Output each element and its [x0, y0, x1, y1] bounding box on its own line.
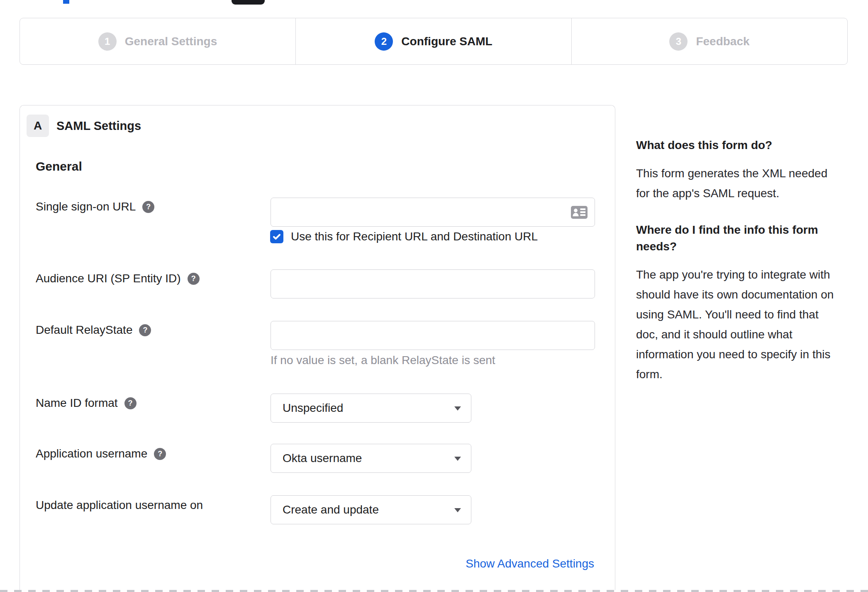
recipient-url-checkbox-row: Use this for Recipient URL and Destinati… — [270, 230, 538, 243]
name-id-format-value: Unspecified — [283, 401, 343, 415]
relaystate-help-icon[interactable]: ? — [139, 324, 151, 336]
help-body-find-info: The app you're trying to integrate with … — [636, 265, 844, 384]
name-id-format-help-icon[interactable]: ? — [124, 397, 137, 409]
step-2-label: Configure SAML — [401, 35, 492, 48]
step-feedback[interactable]: 3 Feedback — [571, 18, 847, 64]
name-id-format-label: Name ID format — [36, 396, 118, 410]
sso-url-input[interactable] — [271, 198, 595, 227]
help-heading-form-do: What does this form do? — [636, 137, 844, 154]
chevron-down-icon — [454, 406, 461, 411]
update-username-label: Update application username on — [36, 499, 203, 512]
audience-uri-label-row: Audience URI (SP Entity ID) ? — [36, 272, 200, 286]
show-advanced-settings-link[interactable]: Show Advanced Settings — [466, 557, 594, 570]
cutoff-bottom-dashed-strip — [0, 590, 868, 592]
sso-url-input-wrap — [271, 198, 595, 227]
relaystate-input-wrap — [271, 321, 595, 350]
help-panel: What does this form do? This form genera… — [636, 137, 844, 403]
relaystate-hint: If no value is set, a blank RelayState i… — [271, 354, 495, 367]
section-title: SAML Settings — [56, 115, 141, 137]
cutoff-header-logo-fragment — [232, 0, 265, 5]
recipient-url-checkbox-label: Use this for Recipient URL and Destinati… — [291, 230, 538, 243]
step-2-badge: 2 — [375, 32, 393, 51]
sso-url-label: Single sign-on URL — [36, 200, 136, 213]
step-general-settings[interactable]: 1 General Settings — [20, 18, 295, 64]
relaystate-input[interactable] — [271, 321, 595, 350]
update-username-select[interactable]: Create and update — [271, 495, 471, 524]
saml-settings-panel: A SAML Settings General Single sign-on U… — [20, 105, 615, 592]
app-username-help-icon[interactable]: ? — [154, 448, 166, 460]
step-3-label: Feedback — [696, 35, 749, 48]
step-1-label: General Settings — [125, 35, 217, 48]
section-a-badge: A — [27, 115, 49, 137]
contact-card-icon[interactable] — [571, 206, 588, 219]
app-username-value: Okta username — [283, 452, 362, 465]
audience-uri-label: Audience URI (SP Entity ID) — [36, 272, 181, 285]
app-username-label-row: Application username ? — [36, 447, 166, 461]
sso-url-help-icon[interactable]: ? — [142, 201, 154, 213]
chevron-down-icon — [454, 457, 461, 461]
help-heading-find-info: Where do I find the info this form needs… — [636, 222, 844, 255]
step-3-badge: 3 — [669, 32, 688, 51]
update-username-label-row: Update application username on — [36, 498, 203, 512]
sso-url-label-row: Single sign-on URL ? — [36, 200, 154, 214]
step-configure-saml[interactable]: 2 Configure SAML — [295, 18, 571, 64]
cutoff-header-blue-fragment — [63, 0, 69, 4]
help-body-form-do: This form generates the XML needed for t… — [636, 164, 844, 203]
general-group-heading: General — [36, 159, 82, 174]
name-id-format-select[interactable]: Unspecified — [271, 394, 471, 423]
app-username-label: Application username — [36, 447, 147, 460]
audience-uri-help-icon[interactable]: ? — [188, 273, 200, 285]
step-1-badge: 1 — [98, 32, 117, 51]
recipient-url-checkbox[interactable] — [270, 230, 283, 243]
app-username-select[interactable]: Okta username — [271, 444, 471, 473]
relaystate-label-row: Default RelayState ? — [36, 323, 151, 337]
update-username-value: Create and update — [283, 503, 379, 516]
name-id-format-label-row: Name ID format ? — [36, 396, 137, 410]
audience-uri-input[interactable] — [271, 269, 595, 298]
wizard-stepper: 1 General Settings 2 Configure SAML 3 Fe… — [20, 18, 848, 65]
chevron-down-icon — [454, 508, 461, 512]
audience-uri-input-wrap — [271, 269, 595, 298]
relaystate-label: Default RelayState — [36, 323, 132, 337]
